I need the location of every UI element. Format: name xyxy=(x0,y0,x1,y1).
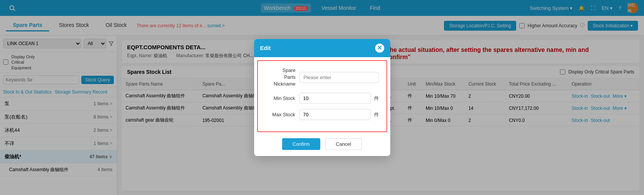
spare-nickname-row: Spare Parts Nickname xyxy=(265,67,379,88)
edit-modal: Edit ✕ Spare Parts Nickname Min Stock 件 … xyxy=(254,39,390,156)
max-stock-unit: 件 xyxy=(374,111,379,118)
spare-nickname-label: Spare Parts Nickname xyxy=(265,67,296,88)
modal-close-btn[interactable]: ✕ xyxy=(375,44,384,53)
min-stock-row: Min Stock 件 xyxy=(265,93,379,104)
min-stock-input[interactable] xyxy=(299,93,371,104)
max-stock-input[interactable] xyxy=(299,109,371,120)
cancel-btn[interactable]: Cancel xyxy=(325,138,362,150)
modal-header: Edit ✕ xyxy=(254,39,390,57)
min-stock-unit: 件 xyxy=(374,95,379,102)
max-stock-row: Max Stock 件 xyxy=(265,109,379,120)
min-stock-label: Min Stock xyxy=(265,95,295,102)
modal-title: Edit xyxy=(260,45,271,51)
spare-nickname-input[interactable] xyxy=(299,72,379,83)
max-stock-label: Max Stock xyxy=(265,111,295,118)
modal-overlay: Edit ✕ Spare Parts Nickname Min Stock 件 … xyxy=(0,0,644,195)
modal-body: Spare Parts Nickname Min Stock 件 Max Sto… xyxy=(257,60,387,133)
modal-footer: Confirm Cancel xyxy=(254,135,390,156)
confirm-btn[interactable]: Confirm xyxy=(282,138,321,150)
